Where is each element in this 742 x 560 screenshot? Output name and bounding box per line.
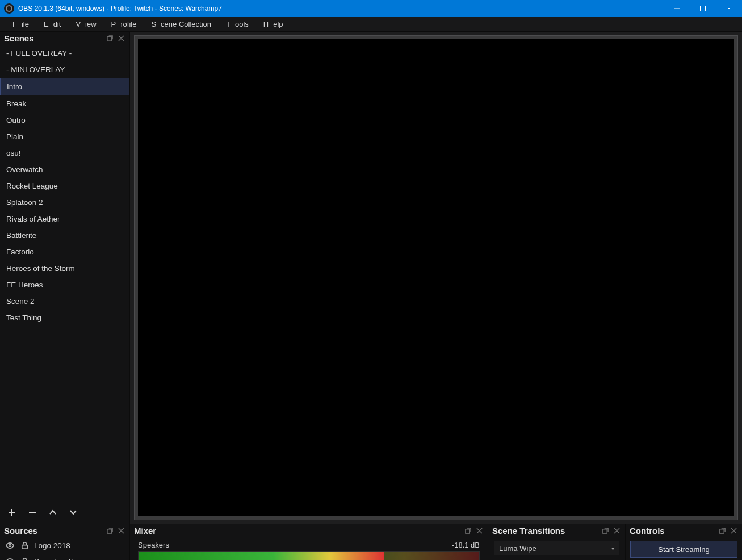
- scene-item[interactable]: Outro: [0, 112, 129, 128]
- audio-meter: -60-55-50-45-40-35-30-25-20-15-10-50: [138, 551, 480, 560]
- source-label: Song [osu!]: [34, 557, 73, 561]
- menu-bar: FileEditViewProfileScene CollectionTools…: [0, 17, 742, 32]
- scene-item[interactable]: Splatoon 2: [0, 194, 129, 211]
- transitions-panel: Scene Transitions Luma Wipe ▾ Duration: [488, 524, 626, 560]
- source-item[interactable]: Song [osu!]: [0, 553, 129, 560]
- svg-rect-4: [107, 37, 111, 41]
- sources-title: Sources: [4, 526, 37, 536]
- mixer-body: Speakers-18.1 dB-60-55-50-45-40-35-30-25…: [130, 537, 488, 560]
- scene-item[interactable]: Intro: [0, 78, 129, 95]
- window-title: OBS 20.1.3 (64bit, windows) - Profile: T…: [18, 5, 664, 12]
- popout-icon[interactable]: [601, 526, 610, 536]
- add-scene-button[interactable]: [5, 505, 19, 520]
- mixer-channel: Speakers-18.1 dB-60-55-50-45-40-35-30-25…: [138, 541, 480, 560]
- menu-file[interactable]: File: [3, 18, 33, 30]
- menu-profile[interactable]: Profile: [102, 18, 141, 30]
- scene-item[interactable]: Heroes of the Storm: [0, 260, 129, 277]
- eye-icon[interactable]: [5, 556, 15, 560]
- svg-point-13: [9, 544, 11, 546]
- app-icon: [4, 3, 14, 14]
- controls-title: Controls: [630, 526, 665, 536]
- mixer-panel: Mixer Speakers-18.1 dB-60-55-50-45-40-35…: [130, 524, 488, 560]
- scene-item[interactable]: Plain: [0, 128, 129, 145]
- lock-icon[interactable]: [19, 556, 30, 560]
- scene-item[interactable]: FE Heroes: [0, 277, 129, 293]
- mixer-title: Mixer: [134, 526, 156, 536]
- scene-item[interactable]: Rivals of Aether: [0, 211, 129, 227]
- close-button[interactable]: [716, 0, 742, 17]
- close-icon[interactable]: [116, 34, 125, 43]
- svg-rect-1: [701, 6, 706, 11]
- svg-rect-42: [719, 529, 723, 533]
- channel-name: Speakers: [138, 541, 169, 549]
- popout-icon[interactable]: [463, 526, 472, 536]
- source-list[interactable]: Logo 2018Song [osu!]Song [SMD]Intro Imag…: [0, 537, 129, 560]
- lock-icon[interactable]: [19, 540, 30, 550]
- svg-rect-10: [107, 529, 111, 533]
- menu-scene-collection[interactable]: Scene Collection: [142, 18, 216, 30]
- sources-panel: Sources Logo 2018Song [osu!]Song [SMD]In…: [0, 524, 130, 560]
- scene-item[interactable]: Break: [0, 95, 129, 112]
- scene-item[interactable]: - FULL OVERLAY -: [0, 45, 129, 61]
- controls-panel: Controls Start StreamingStart RecordingS…: [626, 524, 742, 560]
- popout-icon[interactable]: [105, 34, 114, 43]
- close-icon[interactable]: [116, 526, 125, 536]
- popout-icon[interactable]: [105, 526, 114, 536]
- minimize-button[interactable]: [664, 0, 690, 17]
- remove-scene-button[interactable]: [25, 505, 40, 520]
- scene-item[interactable]: Battlerite: [0, 227, 129, 244]
- scene-item[interactable]: Test Thing: [0, 310, 129, 326]
- scene-item[interactable]: Overwatch: [0, 161, 129, 178]
- move-up-button[interactable]: [45, 505, 60, 520]
- preview-area: [130, 32, 742, 524]
- transitions-title: Scene Transitions: [492, 526, 565, 536]
- svg-rect-14: [22, 545, 27, 549]
- source-label: Logo 2018: [34, 541, 70, 550]
- eye-icon[interactable]: [5, 540, 15, 550]
- updown-icon: ▾: [611, 545, 614, 551]
- menu-edit[interactable]: Edit: [35, 18, 65, 30]
- channel-db: -18.1 dB: [452, 541, 480, 549]
- scene-item[interactable]: osu!: [0, 145, 129, 161]
- close-icon[interactable]: [729, 526, 738, 536]
- move-down-button[interactable]: [66, 505, 81, 520]
- scene-item[interactable]: Scene 2: [0, 293, 129, 310]
- preview-canvas[interactable]: [138, 39, 734, 516]
- scene-item[interactable]: - MINI OVERLAY: [0, 61, 129, 78]
- svg-rect-29: [465, 529, 469, 533]
- scenes-panel: Scenes - FULL OVERLAY -- MINI OVERLAYInt…: [0, 32, 130, 524]
- source-item[interactable]: Logo 2018: [0, 537, 129, 553]
- scene-toolbar: [0, 500, 129, 524]
- window-titlebar: OBS 20.1.3 (64bit, windows) - Profile: T…: [0, 0, 742, 17]
- scene-item[interactable]: Factorio: [0, 244, 129, 260]
- transition-select[interactable]: Luma Wipe ▾: [494, 541, 619, 555]
- menu-tools[interactable]: Tools: [217, 18, 253, 30]
- scene-item[interactable]: Rocket League: [0, 178, 129, 194]
- scene-list[interactable]: - FULL OVERLAY -- MINI OVERLAYIntroBreak…: [0, 45, 129, 500]
- close-icon[interactable]: [475, 526, 484, 536]
- start-streaming-button[interactable]: Start Streaming: [630, 541, 737, 558]
- menu-help[interactable]: Help: [254, 18, 288, 30]
- maximize-button[interactable]: [690, 0, 716, 17]
- transition-selected: Luma Wipe: [499, 544, 536, 553]
- svg-rect-35: [602, 529, 606, 533]
- close-icon[interactable]: [612, 526, 621, 536]
- popout-icon[interactable]: [718, 526, 727, 536]
- menu-view[interactable]: View: [66, 18, 100, 30]
- scenes-title: Scenes: [4, 34, 34, 43]
